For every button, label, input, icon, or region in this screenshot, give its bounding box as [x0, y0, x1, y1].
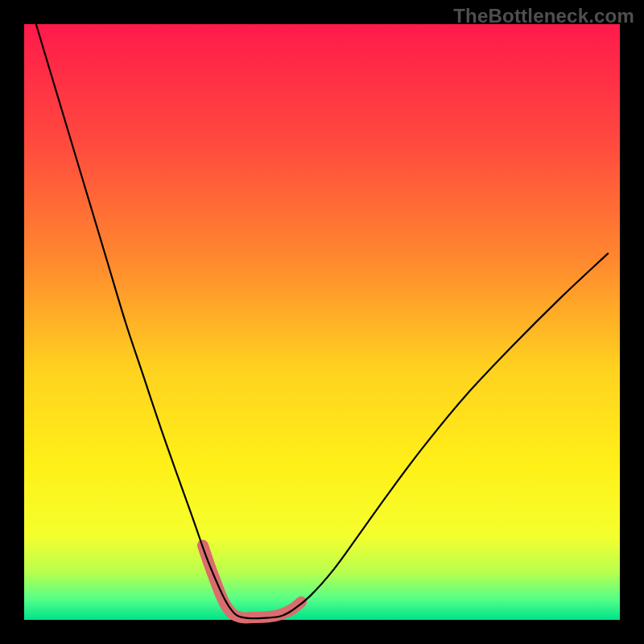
- chart-stage: TheBottleneck.com: [0, 0, 644, 644]
- plot-background: [24, 24, 620, 620]
- bottleneck-chart: [0, 0, 644, 644]
- watermark-text: TheBottleneck.com: [453, 5, 634, 27]
